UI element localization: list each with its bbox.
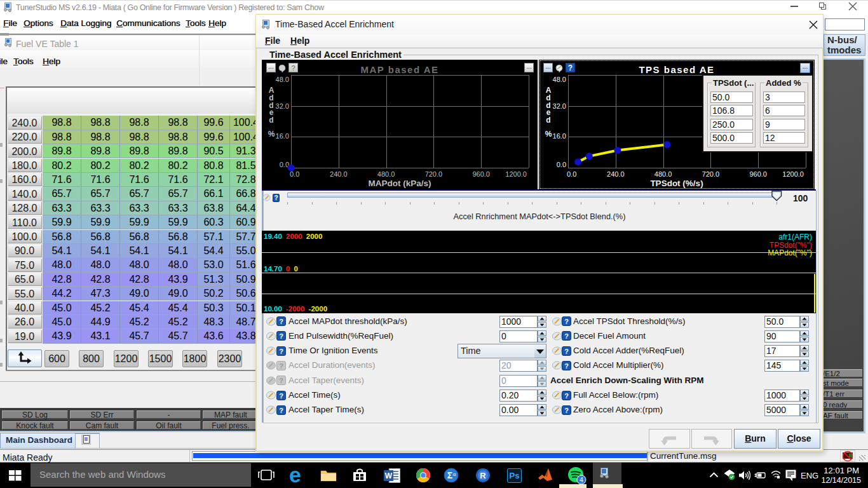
svg-text:α: α (453, 471, 456, 477)
svg-text:W: W (385, 471, 393, 480)
svg-text:Σ: Σ (447, 470, 452, 480)
svg-text:R: R (480, 471, 486, 480)
svg-text:4: 4 (580, 477, 583, 484)
